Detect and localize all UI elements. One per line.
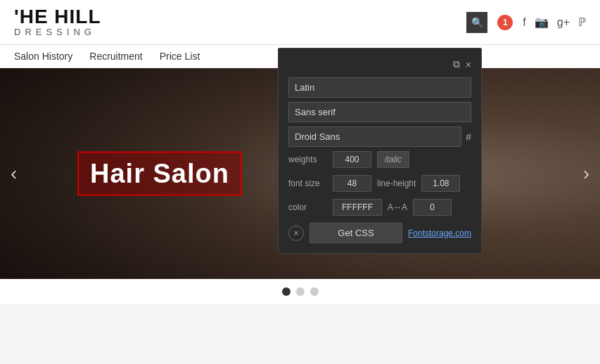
close-circle-button[interactable]: × [288,226,304,241]
pinterest-icon[interactable]: ℙ [578,15,586,29]
a-spacing-label: A↔A [388,202,407,212]
get-css-button[interactable]: Get CSS [309,223,402,243]
cart-badge[interactable]: 1 [497,15,513,30]
next-slide-button[interactable]: › [576,155,596,192]
logo-text: HE HILL [20,6,101,27]
font-panel: ⧉ × # weights italic font size line-heig… [278,48,482,254]
font-name-input[interactable] [288,126,461,147]
slide-dot-1[interactable] [282,287,291,296]
line-height-label: line-height [377,178,416,188]
panel-bottom: × Get CSS Fontstorage.com [288,223,471,243]
logo-sub: DRESSING [14,27,101,37]
instagram-icon[interactable]: 📷 [535,15,549,29]
weights-input[interactable] [333,151,371,168]
header-right: 🔍 1 f 📷 g+ ℙ [466,12,586,33]
slide-text-box: Hair Salon [77,152,242,196]
search-button[interactable]: 🔍 [466,12,487,33]
x-icon: × [293,228,298,238]
font-size-input[interactable] [333,175,371,192]
logo: 'HE HILL DRESSING [14,7,101,37]
color-label: color [288,202,327,212]
family-group-input[interactable] [288,102,471,122]
slide-dot-3[interactable] [310,287,319,296]
header: 'HE HILL DRESSING 🔍 1 f 📷 g+ ℙ [0,0,600,45]
prev-slide-button[interactable]: ‹ [4,155,24,192]
weights-label: weights [288,155,327,164]
color-row: color A↔A [288,199,471,216]
language-input[interactable] [288,77,471,98]
social-icons: f 📷 g+ ℙ [523,15,586,29]
line-height-input[interactable] [421,175,460,192]
font-size-row: font size line-height [288,175,471,192]
slide-dot-2[interactable] [296,287,305,296]
search-icon: 🔍 [471,17,483,28]
googleplus-icon[interactable]: g+ [557,16,570,29]
resize-panel-button[interactable]: ⧉ [453,58,460,70]
facebook-icon[interactable]: f [523,16,525,29]
nav-item-salon-history[interactable]: Salon History [14,51,72,62]
font-name-row: # [288,126,471,147]
logo-main: 'HE HILL [14,7,101,27]
font-size-label: font size [288,178,327,188]
color-input[interactable] [333,199,382,216]
logo-prefix: ' [14,6,20,27]
a-spacing-input[interactable] [413,199,452,216]
panel-header: ⧉ × [288,58,471,70]
fontstorage-link[interactable]: Fontstorage.com [408,228,471,238]
close-panel-button[interactable]: × [466,58,471,70]
hash-button[interactable]: # [466,131,471,143]
nav-item-price-list[interactable]: Price List [160,51,200,62]
italic-button[interactable]: italic [377,151,409,168]
nav-item-recruitment[interactable]: Recruitment [89,51,142,62]
slide-dots [0,279,600,304]
slide-heading: Hair Salon [90,159,229,188]
weights-row: weights italic [288,151,471,168]
